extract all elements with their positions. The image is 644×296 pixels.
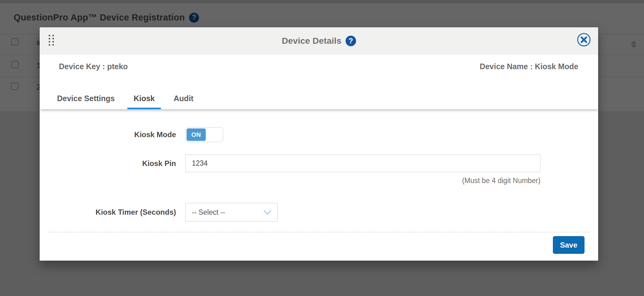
drag-handle-icon[interactable] [49,35,54,46]
tab-device-settings[interactable]: Device Settings [51,94,121,109]
kiosk-timer-select[interactable]: -- Select -- [185,203,278,222]
kiosk-timer-label: Kiosk Timer (Seconds) [40,203,176,222]
kiosk-timer-selected-value: -- Select -- [192,208,225,217]
device-key-text: Device Key : pteko [59,62,128,71]
kiosk-mode-toggle[interactable]: ON [185,127,223,142]
close-button[interactable] [577,33,591,47]
modal-help-icon[interactable]: ? [346,36,356,46]
tab-audit[interactable]: Audit [167,94,200,109]
modal-titlebar: Device Details ? [40,27,598,55]
kiosk-pin-label: Kiosk Pin [40,155,176,172]
device-name-text: Device Name : Kiosk Mode [480,62,578,71]
modal-header: Device Details ? Device Key : pteko Devi… [40,27,598,109]
tab-kiosk[interactable]: Kiosk [127,94,161,109]
kiosk-mode-label: Kiosk Mode [40,127,176,142]
modal-title: Device Details [282,36,342,46]
chevron-down-icon [263,210,272,215]
screen: QuestionPro App™ Device Registration ? #… [0,0,644,296]
device-key-row: Device Key : pteko Device Name : Kiosk M… [40,55,598,78]
kiosk-tab-panel: Kiosk Mode ON Kiosk Pin (Must be 4 digit… [40,109,598,261]
toggle-on-segment: ON [187,128,206,141]
kiosk-pin-hint: (Must be 4 digit Number) [40,177,540,185]
tabs: Device Settings Kiosk Audit [40,78,598,109]
footer-divider [48,232,589,232]
device-details-modal: Device Details ? Device Key : pteko Devi… [40,27,598,261]
kiosk-pin-input[interactable] [185,155,540,172]
close-icon [577,33,591,47]
save-button[interactable]: Save [553,236,584,254]
